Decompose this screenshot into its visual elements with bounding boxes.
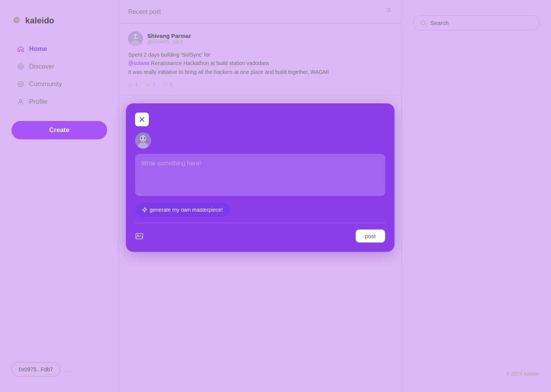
author-avatar	[128, 31, 143, 46]
profile-icon	[17, 98, 24, 106]
search-icon	[421, 20, 427, 26]
svg-rect-5	[386, 8, 391, 9]
modal-divider	[135, 223, 385, 223]
post-button[interactable]: post	[355, 229, 385, 243]
close-modal-button[interactable]	[135, 113, 149, 126]
svg-point-0	[16, 19, 18, 21]
svg-rect-23	[136, 234, 143, 239]
like-action[interactable]: 1	[163, 82, 172, 87]
svg-point-19	[141, 137, 142, 139]
community-icon	[17, 80, 24, 88]
post-actions: 1 1 1	[128, 82, 392, 87]
author-handle: @0×0975...fdb7	[147, 39, 191, 45]
generate-button-label: generate my own masterpiece!	[150, 207, 223, 213]
discover-icon	[17, 63, 24, 70]
post-text-line2: Renaissance Hackathon at build station v…	[149, 60, 269, 66]
sidebar-item-discover[interactable]: Discover	[11, 59, 107, 74]
sidebar-item-discover-label: Discover	[29, 63, 54, 70]
copyright-text: © 2024 kaleido	[506, 371, 540, 377]
post-mention[interactable]: @solana	[128, 60, 149, 66]
app-logo-text: kaleido	[25, 16, 54, 26]
post-textarea[interactable]	[135, 154, 385, 196]
svg-point-2	[20, 66, 22, 68]
author-name: Shivang Parmar	[147, 33, 191, 39]
svg-point-1	[18, 64, 23, 69]
like-count: 1	[170, 82, 172, 87]
sidebar-item-profile-label: Profile	[29, 98, 47, 106]
svg-point-22	[143, 211, 143, 212]
post-card: Shivang Parmar @0×0975...fdb7 Spent 2 da…	[119, 24, 401, 95]
svg-point-21	[146, 208, 147, 209]
post-author: Shivang Parmar @0×0975...fdb7	[128, 31, 392, 46]
svg-point-3	[18, 82, 23, 87]
wallet-button[interactable]: 0x0975...Fdb7	[11, 362, 60, 377]
svg-rect-6	[386, 10, 390, 11]
sidebar-nav: Home Discover Community	[11, 41, 107, 109]
image-upload-button[interactable]	[135, 232, 143, 240]
search-bar[interactable]	[413, 15, 540, 30]
svg-point-15	[136, 36, 138, 38]
modal-avatar	[135, 132, 151, 149]
home-icon	[17, 45, 24, 53]
sidebar: kaleido Home Discover	[0, 0, 119, 392]
recent-post-title: Recent post	[128, 8, 161, 15]
post-text: Spent 2 days building 'SolSync' for @sol…	[128, 51, 392, 76]
svg-point-20	[144, 137, 145, 139]
search-input[interactable]	[430, 20, 532, 26]
post-text-line3: It was really initiative to bring all th…	[128, 69, 329, 75]
right-panel: © 2024 kaleido	[402, 0, 551, 392]
post-text-line1: Spent 2 days building 'SolSync' for	[128, 52, 210, 58]
comment-action[interactable]: 1	[128, 82, 138, 87]
svg-point-4	[20, 100, 22, 102]
svg-rect-7	[387, 11, 390, 12]
svg-point-14	[133, 36, 135, 38]
comment-count: 1	[135, 82, 138, 87]
recent-post-header: Recent post	[119, 0, 401, 24]
sidebar-item-community-label: Community	[29, 80, 62, 88]
sidebar-item-community[interactable]: Community	[11, 77, 107, 92]
create-button[interactable]: Create	[11, 121, 107, 139]
logo-area: kaleido	[11, 15, 107, 26]
create-post-modal: generate my own masterpiece! post	[126, 103, 395, 252]
sidebar-item-home[interactable]: Home	[11, 41, 107, 57]
main-content: Recent post	[119, 0, 402, 392]
sidebar-bottom: 0x0975...Fdb7 ...	[11, 362, 73, 377]
retweet-count: 1	[152, 82, 155, 87]
author-info: Shivang Parmar @0×0975...fdb7	[147, 33, 191, 45]
modal-footer: post	[135, 229, 385, 243]
more-button[interactable]: ...	[65, 365, 74, 374]
logo-icon	[11, 15, 22, 26]
filter-icon[interactable]	[385, 7, 392, 16]
sidebar-item-home-label: Home	[29, 45, 47, 53]
generate-button[interactable]: generate my own masterpiece!	[135, 203, 230, 217]
retweet-action[interactable]: 1	[145, 82, 155, 87]
sidebar-item-profile[interactable]: Profile	[11, 94, 107, 109]
